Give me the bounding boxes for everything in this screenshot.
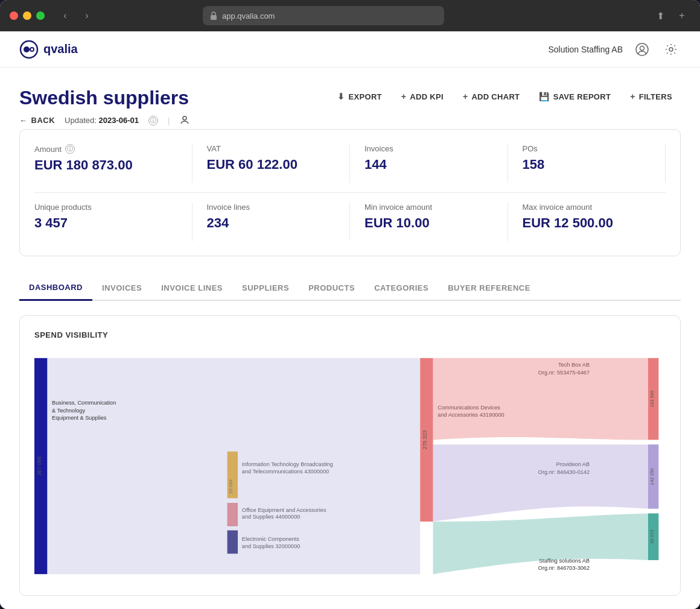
kpi-vat: VAT EUR 60 122.00 <box>192 144 351 183</box>
kpi-invoices: Invoices 144 <box>350 144 508 183</box>
add-chart-icon: + <box>463 92 468 101</box>
kpi-max-invoice-value: EUR 12 500.00 <box>523 215 666 231</box>
far-right-value-provideon: 142 250 <box>649 468 655 485</box>
left-label3: Equipment & Supplies <box>52 415 107 421</box>
tabs-section: DASHBOARD INVOICES INVOICE LINES SUPPLIE… <box>19 276 681 301</box>
kpi-min-invoice: Min invoice amount EUR 10.00 <box>350 203 508 241</box>
kpi-section: Amount ⓘ EUR 180 873.00 VAT EUR 60 122.0… <box>19 129 681 256</box>
export-icon: ⬇ <box>337 92 345 101</box>
browser-titlebar: ‹ › app.qvalia.com ⬆ + <box>0 0 700 31</box>
svg-point-5 <box>640 46 644 50</box>
export-button[interactable]: ⬇ EXPORT <box>329 87 390 106</box>
kpi-invoice-lines-value: 234 <box>207 215 336 231</box>
tab-invoice-lines[interactable]: INVOICE LINES <box>151 276 232 301</box>
updated-text: Updated: 2023-06-01 <box>65 116 139 125</box>
page-content: Swedish suppliers ← BACK Updated: 2023-0… <box>0 68 700 596</box>
app-content: qvalia Solution Staffing AB <box>0 31 700 609</box>
kpi-unique-products-value: 3 457 <box>34 215 177 231</box>
forward-nav-button[interactable]: › <box>78 7 95 24</box>
kpi-min-invoice-value: EUR 10.00 <box>364 215 493 231</box>
tabs-nav: DASHBOARD INVOICES INVOICE LINES SUPPLIE… <box>19 276 681 301</box>
flow-main <box>47 358 420 574</box>
amount-info-icon[interactable]: ⓘ <box>65 144 75 154</box>
flow-provideon <box>433 444 648 522</box>
chart-section: SPEND VISIBILITY 367 098 Information Tec… <box>19 315 681 596</box>
kpi-invoices-value: 144 <box>364 157 493 172</box>
minimize-button[interactable] <box>23 11 31 20</box>
far-right-label-staffing2: Org.nr: 846703-3062 <box>538 565 590 571</box>
page-title: Swedish suppliers <box>19 87 190 109</box>
far-right-value-staffing: 33 073 <box>649 529 655 544</box>
chart-title: SPEND VISIBILITY <box>34 330 666 339</box>
kpi-divider <box>34 192 666 193</box>
filters-button[interactable]: + FILTERS <box>622 87 681 106</box>
right-value-label: 275 323 <box>422 430 428 449</box>
far-right-value-techbox: 183 549 <box>649 390 655 407</box>
kpi-amount: Amount ⓘ EUR 180 873.00 <box>34 144 192 183</box>
user-settings-button[interactable] <box>632 40 652 59</box>
new-tab-button[interactable]: + <box>673 7 690 24</box>
browser-actions: ⬆ + <box>652 7 690 24</box>
url-bar[interactable]: app.qvalia.com <box>203 6 444 25</box>
kpi-unique-products: Unique products 3 457 <box>34 203 192 241</box>
kpi-invoice-lines: Invoice lines 234 <box>192 203 351 241</box>
close-button[interactable] <box>10 11 18 20</box>
svg-rect-0 <box>211 15 217 20</box>
settings-button[interactable] <box>661 40 681 59</box>
svg-point-2 <box>24 46 30 52</box>
traffic-lights <box>10 11 45 20</box>
back-label: BACK <box>31 116 56 125</box>
svg-point-7 <box>183 116 186 120</box>
svg-point-6 <box>669 48 673 51</box>
user-icon <box>179 114 190 125</box>
browser-window: ‹ › app.qvalia.com ⬆ + qvalia <box>0 0 700 609</box>
flow-techbox <box>433 358 648 440</box>
left-label2: & Technology <box>52 408 85 414</box>
gear-icon <box>664 43 678 56</box>
url-text: app.qvalia.com <box>222 11 275 21</box>
left-value-label: 367 098 <box>36 456 42 476</box>
kpi-pos: POs 158 <box>508 144 666 183</box>
save-report-button[interactable]: 💾 SAVE REPORT <box>530 87 619 106</box>
save-report-icon: 💾 <box>539 92 549 101</box>
filters-icon: + <box>630 92 635 101</box>
tab-categories[interactable]: CATEGORIES <box>364 276 438 301</box>
user-icon-button[interactable] <box>179 114 190 127</box>
tab-dashboard[interactable]: DASHBOARD <box>19 276 92 301</box>
share-button[interactable]: ⬆ <box>652 7 669 24</box>
header-row: Swedish suppliers ← BACK Updated: 2023-0… <box>19 87 681 127</box>
back-arrow: ← <box>19 116 28 125</box>
toolbar: ⬇ EXPORT + ADD KPI + ADD CHART 💾 SAVE RE… <box>329 87 681 106</box>
logo-text: qvalia <box>43 42 78 56</box>
tab-products[interactable]: PRODUCTS <box>299 276 364 301</box>
date-info-icon[interactable]: ⓘ <box>148 116 158 125</box>
browser-nav: ‹ › <box>57 7 95 24</box>
kpi-max-invoice: Max invoice amount EUR 12 500.00 <box>508 203 666 241</box>
logo-icon <box>19 40 39 59</box>
tab-buyer-reference[interactable]: BUYER REFERENCE <box>438 276 540 301</box>
company-name: Solution Staffing AB <box>549 45 623 54</box>
lock-icon <box>210 11 217 20</box>
maximize-button[interactable] <box>36 11 45 20</box>
kpi-amount-value: EUR 180 873.00 <box>34 157 177 173</box>
kpi-pos-value: 158 <box>523 157 651 172</box>
kpi-vat-value: EUR 60 122.00 <box>207 157 336 172</box>
back-button[interactable]: ← BACK <box>19 116 55 125</box>
add-kpi-icon: + <box>401 92 406 101</box>
page-meta: ← BACK Updated: 2023-06-01 ⓘ | <box>19 114 190 127</box>
top-nav: qvalia Solution Staffing AB <box>0 31 700 68</box>
add-chart-button[interactable]: + ADD CHART <box>454 87 528 106</box>
nav-right: Solution Staffing AB <box>549 40 681 59</box>
sankey-svg: 367 098 Information Technology Broadcast… <box>34 352 666 581</box>
page-header-left: Swedish suppliers ← BACK Updated: 2023-0… <box>19 87 190 127</box>
left-label: Business, Communication <box>52 400 116 406</box>
add-kpi-button[interactable]: + ADD KPI <box>393 87 452 106</box>
back-nav-button[interactable]: ‹ <box>57 7 74 24</box>
svg-point-3 <box>30 48 34 51</box>
logo: qvalia <box>19 40 78 59</box>
tab-suppliers[interactable]: SUPPLIERS <box>232 276 299 301</box>
user-circle-icon <box>635 43 649 56</box>
tab-invoices[interactable]: INVOICES <box>92 276 151 301</box>
sankey-chart: 367 098 Information Technology Broadcast… <box>34 352 666 581</box>
